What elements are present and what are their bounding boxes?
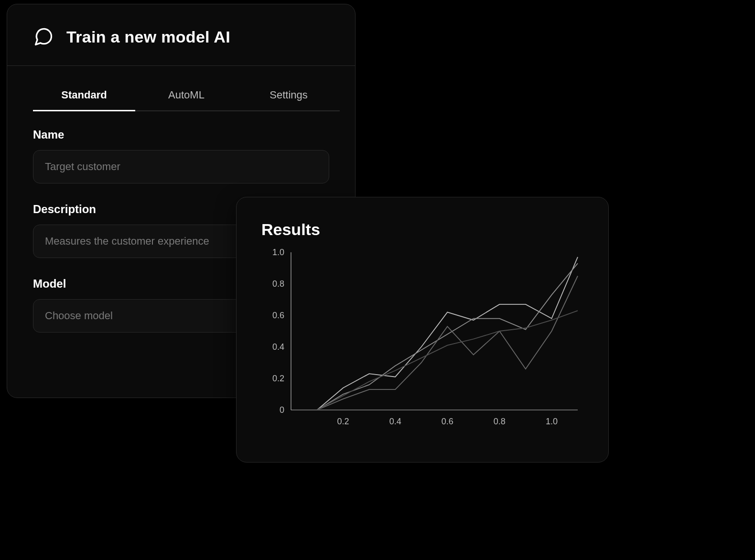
card-title: Train a new model AI [66, 28, 230, 46]
svg-text:0.2: 0.2 [337, 417, 349, 426]
results-card: Results 00.20.40.60.81.00.20.40.60.81.0 [236, 197, 609, 463]
results-title: Results [261, 220, 583, 239]
field-name: Name [33, 128, 329, 183]
svg-text:1.0: 1.0 [272, 248, 284, 257]
name-input[interactable] [33, 150, 329, 183]
svg-text:0.6: 0.6 [272, 311, 284, 320]
chat-bubble-icon [33, 26, 54, 47]
tab-standard[interactable]: Standard [33, 89, 135, 111]
svg-text:0.6: 0.6 [442, 417, 453, 426]
card-header: Train a new model AI [7, 4, 355, 66]
svg-text:0.4: 0.4 [389, 417, 401, 426]
svg-text:1.0: 1.0 [546, 417, 558, 426]
svg-text:0: 0 [280, 405, 284, 415]
tab-settings[interactable]: Settings [237, 89, 340, 111]
svg-text:0.4: 0.4 [272, 342, 284, 352]
results-chart: 00.20.40.60.81.00.20.40.60.81.0 [261, 248, 586, 424]
svg-text:0.8: 0.8 [494, 417, 506, 426]
svg-text:0.8: 0.8 [272, 279, 284, 289]
name-label: Name [33, 128, 329, 141]
tab-automl[interactable]: AutoML [135, 89, 237, 111]
tabs: Standard AutoML Settings [7, 66, 355, 112]
svg-text:0.2: 0.2 [272, 374, 284, 383]
